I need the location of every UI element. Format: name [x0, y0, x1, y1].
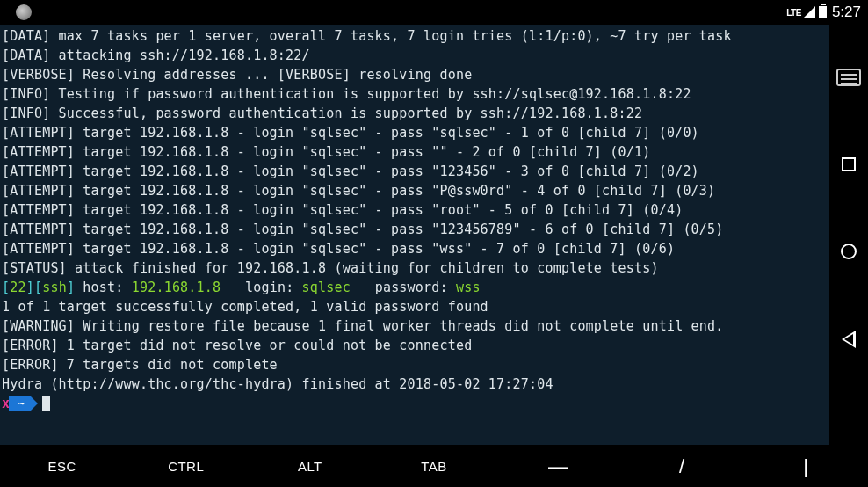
signal-icon	[803, 6, 815, 18]
extra-key-alt[interactable]: ALT	[248, 459, 372, 474]
cursor-icon	[42, 396, 50, 411]
extra-keys-bar: ESCCTRLALTTAB—/|	[0, 445, 868, 487]
terminal-line: [ATTEMPT] target 192.168.1.8 - login "sq…	[2, 181, 828, 200]
terminal-line: 1 of 1 target successfully completed, 1 …	[2, 297, 828, 316]
loading-spinner-icon	[16, 4, 32, 20]
terminal-line: [ERROR] 7 targets did not complete	[2, 355, 828, 374]
back-button[interactable]	[842, 331, 856, 348]
recent-apps-button[interactable]	[842, 157, 856, 171]
extra-key-[interactable]: —	[496, 458, 620, 476]
terminal-line: [DATA] attacking ssh://192.168.1.8:22/	[2, 46, 828, 65]
extra-key-esc[interactable]: ESC	[0, 459, 124, 474]
keyboard-icon[interactable]	[836, 69, 861, 86]
extra-key-[interactable]: /	[620, 458, 744, 476]
terminal-line: [ATTEMPT] target 192.168.1.8 - login "sq…	[2, 142, 828, 162]
content-area: [DATA] max 7 tasks per 1 server, overall…	[0, 25, 868, 445]
nav-rail	[829, 25, 868, 445]
terminal-line: [22][ssh] host: 192.168.1.8 login: sqlse…	[2, 278, 828, 297]
terminal-line: [ATTEMPT] target 192.168.1.8 - login "sq…	[2, 200, 828, 220]
terminal-line: [ERROR] 1 target did not resolve or coul…	[2, 336, 828, 355]
terminal-line: [INFO] Testing if password authenticatio…	[2, 84, 828, 104]
terminal-line: [ATTEMPT] target 192.168.1.8 - login "sq…	[2, 220, 828, 239]
terminal-line: [STATUS] attack finished for 192.168.1.8…	[2, 258, 828, 278]
terminal-line: Hydra (http://www.thc.org/thc-hydra) fin…	[2, 374, 828, 394]
clock-label: 5:27	[832, 4, 861, 21]
network-label: LTE	[786, 8, 801, 18]
extra-key-tab[interactable]: TAB	[372, 459, 495, 474]
prompt-line[interactable]: x~	[2, 394, 828, 413]
terminal-line: [VERBOSE] Resolving addresses ... [VERBO…	[2, 65, 828, 84]
status-bar: LTE 5:27	[0, 0, 868, 25]
terminal-line: [INFO] Successful, password authenticati…	[2, 104, 828, 123]
extra-key-ctrl[interactable]: CTRL	[124, 459, 248, 474]
extra-key-[interactable]: |	[744, 458, 868, 476]
terminal-line: [ATTEMPT] target 192.168.1.8 - login "sq…	[2, 123, 828, 142]
status-left	[12, 4, 32, 20]
prompt-arrow: ~	[9, 396, 30, 411]
status-right: LTE 5:27	[786, 4, 861, 21]
terminal-line: [ATTEMPT] target 192.168.1.8 - login "sq…	[2, 239, 828, 258]
terminal-line: [WARNING] Writing restore file because 1…	[2, 316, 828, 336]
terminal-line: [ATTEMPT] target 192.168.1.8 - login "sq…	[2, 162, 828, 181]
home-button[interactable]	[841, 243, 857, 259]
terminal-output[interactable]: [DATA] max 7 tasks per 1 server, overall…	[0, 25, 829, 445]
terminal-line: [DATA] max 7 tasks per 1 server, overall…	[2, 26, 828, 46]
battery-icon	[819, 6, 827, 18]
